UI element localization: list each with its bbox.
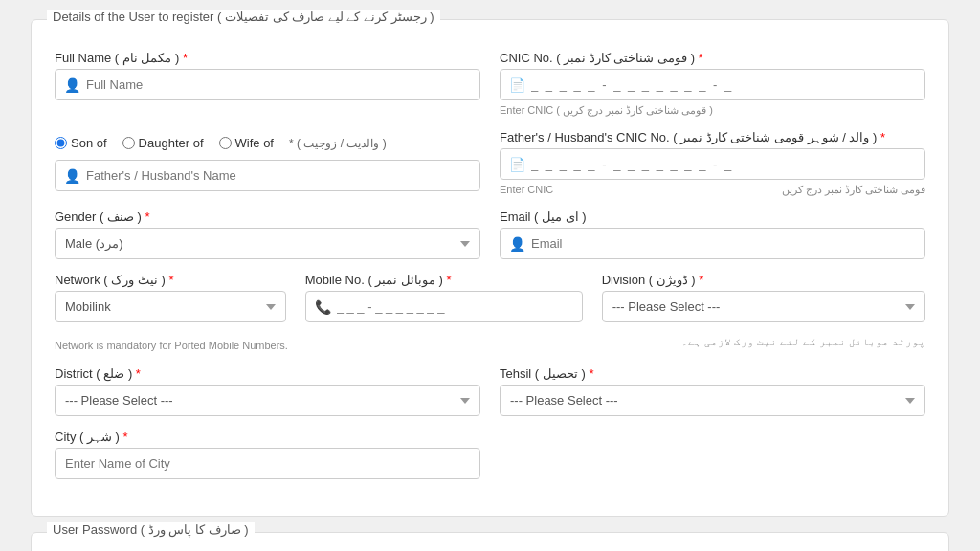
mobile-wrapper: 📞 xyxy=(305,291,583,322)
network-note-en: Network is mandatory for Ported Mobile N… xyxy=(55,340,288,351)
row-fullname-cnic: Full Name ( مکمل نام ) * 👤 CNIC No. ( قو… xyxy=(55,51,925,117)
email-wrapper: 👤 xyxy=(500,228,925,259)
group-fathers-cnic: Father's / Husband's CNIC No. ( والد / ش… xyxy=(500,130,925,196)
district-label: District ( ضلع ) * xyxy=(55,366,480,381)
mobile-label: Mobile No. ( موبائل نمبر ) * xyxy=(305,273,583,287)
row-district-tehsil: District ( ضلع ) * --- Please Select ---… xyxy=(55,366,925,416)
person-icon: 👤 xyxy=(64,77,80,93)
row-city: City ( شہر ) * xyxy=(55,430,925,479)
city-input[interactable] xyxy=(55,448,480,479)
gender-select[interactable]: Male (مرد) Female (عورت) xyxy=(55,228,480,259)
fullname-label: Full Name ( مکمل نام ) * xyxy=(55,51,480,65)
email-icon: 👤 xyxy=(509,236,525,252)
email-input[interactable] xyxy=(500,228,925,259)
gender-label: Gender ( صنف ) * xyxy=(55,209,480,224)
group-relation: Son of Daughter of Wife of ( والدیت / زو… xyxy=(55,130,480,196)
division-select[interactable]: --- Please Select --- xyxy=(602,291,925,322)
tehsil-select[interactable]: --- Please Select --- xyxy=(500,385,925,416)
fathers-cnic-input[interactable] xyxy=(500,148,925,180)
group-network: Network ( نیٹ ورک ) * Mobilink Telenor U… xyxy=(55,273,286,322)
fullname-wrapper: 👤 xyxy=(55,69,480,100)
password-card: User Password ( صارف کا پاس ورڈ ) Passwo… xyxy=(31,532,949,551)
row-gender-email: Gender ( صنف ) * Male (مرد) Female (عورت… xyxy=(55,209,925,259)
fullname-input[interactable] xyxy=(55,69,480,100)
group-mobile: Mobile No. ( موبائل نمبر ) * 📞 xyxy=(305,273,583,322)
daughter-of-option[interactable]: Daughter of xyxy=(122,136,204,150)
tehsil-label: Tehsil ( تحصیل ) * xyxy=(500,366,925,381)
network-label: Network ( نیٹ ورک ) * xyxy=(55,273,286,287)
group-email: Email ( ای میل ) 👤 xyxy=(500,209,925,259)
city-label: City ( شہر ) * xyxy=(55,430,480,444)
cnic-wrapper: 📄 xyxy=(500,69,925,100)
group-gender: Gender ( صنف ) * Male (مرد) Female (عورت… xyxy=(55,209,480,259)
main-container: Details of the User to register ( رجسٹر … xyxy=(31,19,949,551)
group-cnic: CNIC No. ( قومی شناختی کارڈ نمبر ) * 📄 E… xyxy=(500,51,925,117)
group-city: City ( شہر ) * xyxy=(55,430,480,479)
network-note-left: Network is mandatory for Ported Mobile N… xyxy=(55,336,480,353)
district-select[interactable]: --- Please Select --- xyxy=(55,385,480,416)
fathers-cnic-wrapper: 📄 xyxy=(500,148,925,180)
wife-of-option[interactable]: Wife of xyxy=(219,136,274,150)
division-label: Division ( ڈویژن ) * xyxy=(602,273,925,287)
row-network-mobile-division: Network ( نیٹ ورک ) * Mobilink Telenor U… xyxy=(55,273,925,322)
network-note-right: پورٹد موبائل نمبر کے لئے نیٹ ورک لازمی ہ… xyxy=(500,336,925,353)
fathers-cnic-hint-en: Enter CNIC xyxy=(500,184,553,196)
wife-of-radio[interactable] xyxy=(219,137,232,149)
row-relation: Son of Daughter of Wife of ( والدیت / زو… xyxy=(55,130,925,196)
cnic-input[interactable] xyxy=(500,69,925,100)
email-label: Email ( ای میل ) xyxy=(500,209,925,224)
user-details-card: Details of the User to register ( رجسٹر … xyxy=(31,19,949,517)
person-icon-2: 👤 xyxy=(64,168,80,184)
password-legend: User Password ( صارف کا پاس ورڈ ) xyxy=(47,522,255,537)
group-tehsil: Tehsil ( تحصیل ) * --- Please Select --- xyxy=(500,366,925,416)
fathers-name-wrapper: 👤 xyxy=(55,160,480,191)
network-note-ur: پورٹد موبائل نمبر کے لئے نیٹ ورک لازمی ہ… xyxy=(681,336,925,347)
phone-icon: 📞 xyxy=(315,299,331,315)
fathers-cnic-hint-ur: قومی شناختی کارڈ نمبر درج کریں xyxy=(782,184,925,196)
group-district: District ( ضلع ) * --- Please Select --- xyxy=(55,366,480,416)
son-of-radio[interactable] xyxy=(55,137,67,149)
id-card-icon: 📄 xyxy=(509,77,525,93)
user-details-legend: Details of the User to register ( رجسٹر … xyxy=(47,10,440,24)
fathers-name-input[interactable] xyxy=(55,160,480,191)
son-of-option[interactable]: Son of xyxy=(55,136,107,150)
relation-radio-group: Son of Daughter of Wife of ( والدیت / زو… xyxy=(55,130,480,156)
network-note-row: Network is mandatory for Ported Mobile N… xyxy=(55,336,925,353)
daughter-of-radio[interactable] xyxy=(122,137,135,149)
mobile-input[interactable] xyxy=(305,291,583,322)
group-division: Division ( ڈویژن ) * --- Please Select -… xyxy=(602,273,925,322)
network-select[interactable]: Mobilink Telenor Ufone Zong Warid xyxy=(55,291,286,322)
cnic-label: CNIC No. ( قومی شناختی کارڈ نمبر ) * xyxy=(500,51,925,65)
fathers-cnic-label: Father's / Husband's CNIC No. ( والد / ش… xyxy=(500,130,925,144)
id-icon-2: 📄 xyxy=(509,157,525,172)
relation-urdu-label: ( والدیت / زوجیت ) * xyxy=(289,137,387,150)
cnic-hint: Enter CNIC ( قومی شناختی کارڈ نمبر درج ک… xyxy=(500,104,925,117)
group-fullname: Full Name ( مکمل نام ) * 👤 xyxy=(55,51,480,117)
